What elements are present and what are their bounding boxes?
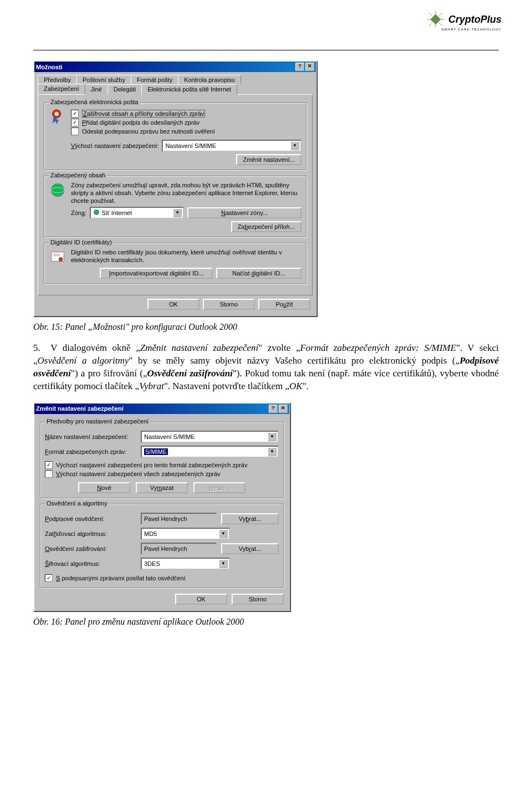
close-button[interactable]: ✕ [305, 63, 314, 71]
logo-chip-icon [426, 10, 445, 29]
group-title-digital-id: Digitální ID (certifikáty) [49, 239, 114, 246]
checkbox-send-certs[interactable]: ✓ [45, 574, 53, 582]
checkbox-sign[interactable]: ✓ [71, 119, 79, 126]
cancel-button[interactable]: Storno [203, 299, 255, 310]
certificate-icon [49, 249, 66, 265]
get-id-button[interactable]: Načíst digitální ID... [216, 268, 301, 279]
dropdown-format[interactable]: S/MIME ▼ [141, 446, 279, 458]
label-enc-algo: Šifrovací algoritmus: [45, 560, 136, 567]
choose-enc-cert-button[interactable]: Vybrat... [221, 543, 279, 554]
tab-security[interactable]: Zabezpečení [38, 84, 85, 94]
group-certificates: Osvědčení a algoritmy Podpisové osvědčen… [40, 504, 284, 588]
secure-content-desc: Zóny zabezpečení umožňují upravit, zda m… [71, 182, 301, 205]
group-prefs: Předvolby pro nastavení zabezpečení Náze… [40, 422, 284, 498]
delete-button[interactable]: Vymazat [136, 482, 188, 493]
group-digital-id: Digitální ID (certifikáty) Digitální ID … [44, 243, 306, 284]
checkbox-default-this-format[interactable]: ✓ [45, 461, 53, 469]
label-clear-signed: Odeslat podepsanou zprávu bez nutnosti o… [82, 128, 215, 135]
tab-delegates[interactable]: Delegáti [108, 84, 142, 95]
chevron-down-icon[interactable]: ▼ [268, 432, 277, 441]
help-button[interactable]: ? [295, 63, 304, 71]
zone-settings-button[interactable]: Nastavení zóny... [187, 207, 301, 218]
ok-button[interactable]: OK [147, 299, 200, 310]
attachment-security-button[interactable]: Zabezpečení příloh... [231, 221, 301, 232]
globe-icon [49, 182, 66, 198]
label-format: Formát zabezpečených zpráv: [45, 448, 136, 455]
change-settings-button[interactable]: Změnit nastavení... [236, 154, 301, 165]
globe-small-icon [93, 209, 100, 217]
tab-row-lower: Zabezpečení Jiné Delegáti Elektronická p… [34, 84, 316, 94]
group-title-secure-content: Zabezpečený obsah [49, 172, 107, 178]
label-default-setting: Výchozí nastavení zabezpečení: [71, 142, 158, 149]
change-security-dialog: Změnit nastavení zabezpečení ? ✕ Předvol… [33, 402, 290, 611]
group-cert-title: Osvědčení a algoritmy [45, 500, 109, 507]
field-enc-cert: Pavel Hendrych [141, 543, 217, 555]
chevron-down-icon[interactable]: ▼ [173, 208, 182, 217]
import-export-id-button[interactable]: Importovat/exportovat digitální ID... [100, 268, 213, 279]
chevron-down-icon[interactable]: ▼ [219, 559, 228, 568]
dropdown-setting-name[interactable]: Nastavení S/MIME ▼ [141, 431, 279, 443]
tab-preferences[interactable]: Předvolby [38, 75, 77, 84]
group-secure-content: Zabezpečený obsah Zóny zabezpečení umožň… [44, 176, 306, 237]
new-button[interactable]: Nové [78, 482, 130, 493]
field-sign-cert: Pavel Hendrych [141, 513, 217, 525]
label-hash-algo: Zatřiďovací algoritmus: [45, 530, 136, 537]
close-button[interactable]: ✕ [279, 405, 288, 413]
tab-row-upper: Předvolby Poštovní služby Formát pošty K… [34, 72, 316, 84]
label-send-certs: S podepsanými zprávami posílat tato osvě… [56, 575, 186, 581]
group-secure-email: Zabezpečená elektronická pošta ✓ Zašifro… [44, 103, 306, 170]
dialog2-title: Změnit nastavení zabezpečení [36, 405, 124, 412]
label-encrypt: Zašifrovat obsah a přílohy odesílaných z… [82, 110, 205, 118]
chevron-down-icon[interactable]: ▼ [219, 529, 228, 538]
dropdown-enc-algo[interactable]: 3DES ▼ [141, 558, 230, 570]
options-dialog: Možnosti ? ✕ Předvolby Poštovní služby F… [33, 60, 317, 316]
dropdown-default-setting[interactable]: Nastavení S/MIME ▼ [162, 140, 301, 152]
svg-point-13 [94, 210, 99, 215]
svg-point-10 [54, 112, 59, 116]
brand-name: CryptoPlus [448, 14, 502, 25]
group-title-secure-email: Zabezpečená elektronická pošta [49, 99, 140, 105]
dropdown-value: Nastavení S/MIME [165, 142, 216, 149]
label-sign-cert: Podpisové osvědčení: [45, 515, 136, 522]
label-enc-cert: Osvědčení zašifrování: [45, 545, 136, 552]
step-5-text: 5. V dialogovém okně „Změnit nastavení z… [33, 342, 499, 393]
dropdown-zone-value: Síť Internet [101, 210, 132, 216]
svg-point-15 [59, 257, 63, 262]
chevron-down-icon[interactable]: ▼ [268, 447, 277, 456]
ribbon-icon [49, 109, 66, 125]
svg-line-5 [429, 13, 432, 16]
label-sign: Přidat digitální podpis do odesílaných z… [82, 119, 200, 126]
group-prefs-title: Předvolby pro nastavení zabezpečení [45, 418, 150, 425]
figure-caption-16: Obr. 16: Panel pro změnu nastavení aplik… [33, 617, 499, 627]
checkbox-clear-signed[interactable] [71, 127, 79, 135]
svg-line-8 [439, 13, 442, 16]
dropdown-zone[interactable]: Síť Internet ▼ [90, 207, 184, 219]
label-default-all: Výchozí nastavení zabezpečení všech zabe… [56, 471, 221, 477]
apply-button[interactable]: Použít [258, 299, 310, 310]
figure-caption-15: Obr. 15: Panel „Možnosti" pro konfigurac… [33, 322, 499, 332]
digital-id-desc: Digitální ID nebo certifikáty jsou dokum… [71, 249, 301, 264]
label-setting-name: Název nastavení zabezpečení: [45, 433, 136, 440]
checkbox-encrypt[interactable]: ✓ [71, 110, 79, 118]
cancel-button[interactable]: Storno [232, 594, 284, 605]
label-zone: Zóna: [71, 210, 86, 216]
checkbox-default-all[interactable] [45, 470, 53, 478]
tab-other[interactable]: Jiné [85, 84, 108, 95]
label-default-this-format: Výchozí nastavení zabezpečení pro tento … [56, 462, 248, 468]
svg-line-7 [429, 23, 432, 26]
ok-button[interactable]: OK [175, 594, 227, 605]
tab-mail-services[interactable]: Poštovní služby [76, 75, 131, 84]
chevron-down-icon[interactable]: ▼ [290, 141, 299, 150]
help-button[interactable]: ? [269, 405, 278, 413]
choose-sign-cert-button[interactable]: Vybrat... [221, 513, 279, 524]
svg-rect-0 [430, 14, 441, 24]
divider [33, 50, 499, 50]
tab-internet-mail[interactable]: Elektronická pošta sítě Internet [141, 84, 237, 95]
tab-mail-format[interactable]: Formát pošty [131, 75, 178, 84]
brand-logo: CryptoPlus SMART CARD TECHNOLOGY [426, 10, 502, 31]
svg-line-6 [439, 23, 442, 26]
tab-spellcheck[interactable]: Kontrola pravopisu [178, 75, 241, 84]
password-button: Heslo... [193, 482, 245, 493]
dialog-title: Možnosti [36, 64, 63, 70]
dropdown-hash-algo[interactable]: MD5 ▼ [141, 528, 230, 540]
